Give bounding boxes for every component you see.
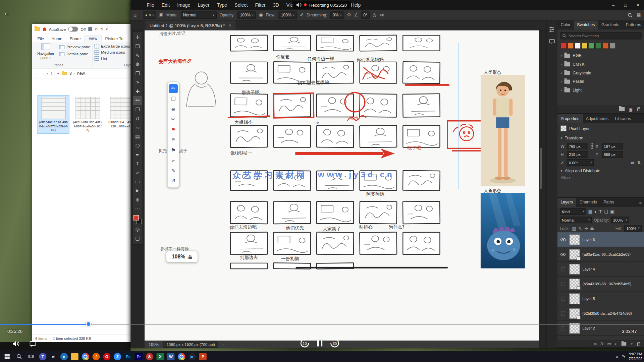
delete-layer-icon[interactable] bbox=[637, 341, 641, 346]
nav-back-icon[interactable]: ← bbox=[35, 71, 39, 75]
quick-mask-icon[interactable]: ◎ bbox=[133, 225, 142, 234]
swatch-group[interactable]: › Light bbox=[557, 86, 644, 95]
panel-tab[interactable]: Color bbox=[557, 20, 574, 29]
swatch-group[interactable]: › Grayscale bbox=[557, 68, 644, 77]
eraser-tool[interactable]: ▱ bbox=[133, 123, 142, 132]
filter-smart-icon[interactable]: ▣ bbox=[610, 209, 614, 214]
task-view-icon[interactable] bbox=[25, 351, 36, 362]
symmetry-icon[interactable]: ⋈ bbox=[379, 12, 384, 18]
panel-tab[interactable]: Channels bbox=[576, 198, 600, 207]
panel-tab[interactable]: Paths bbox=[600, 198, 617, 207]
menu-item[interactable]: Select bbox=[231, 2, 251, 7]
foreground-color-swatch[interactable] bbox=[133, 215, 139, 221]
dodge-tool[interactable]: ❍ bbox=[133, 141, 142, 150]
kind-filter-select[interactable]: Kind▾ bbox=[560, 208, 586, 215]
taskbar-chrome-icon[interactable] bbox=[82, 353, 89, 360]
annotate-pen-icon[interactable]: ✏ bbox=[169, 84, 178, 93]
layer-opacity-select[interactable]: 100%▾ bbox=[611, 217, 629, 224]
height-field[interactable]: 219 px bbox=[567, 151, 588, 158]
Layer 4[interactable]: Layer 4 bbox=[557, 262, 644, 277]
zoom-tool[interactable]: ⊕ bbox=[133, 195, 142, 204]
panel-tab[interactable]: Adjustments bbox=[583, 114, 612, 123]
canvas[interactable]: 你爸爸 任何海边一样 你们看见妈妈 那孩子呢 我不是去度假的 大姐姐不 饭(妈妈… bbox=[145, 31, 539, 341]
maximize-button[interactable]: □ bbox=[620, 2, 632, 8]
taskbar-firefox-icon[interactable]: f bbox=[93, 353, 100, 360]
taskbar-teams-icon[interactable]: T bbox=[39, 353, 46, 360]
nav-history-caret-icon[interactable]: ▾ bbox=[47, 72, 48, 75]
annotate-stamp-icon[interactable]: ❒ bbox=[169, 95, 178, 104]
taskbar-media-icon[interactable]: ▶ bbox=[189, 353, 196, 360]
tray-expand-icon[interactable]: ∧ bbox=[616, 354, 619, 358]
tab-close-icon[interactable]: ✕ bbox=[228, 23, 231, 27]
x-field[interactable]: 197 px bbox=[602, 143, 623, 149]
lock-pixels-icon[interactable]: ✎ bbox=[579, 226, 582, 230]
taskbar-search-icon[interactable] bbox=[13, 351, 24, 362]
explorer-tab[interactable]: Share bbox=[66, 36, 85, 42]
rotation-field[interactable]: 0.00°▾ bbox=[567, 159, 594, 166]
save-icon[interactable] bbox=[88, 27, 92, 31]
filter-shape-icon[interactable]: ❏ bbox=[604, 209, 608, 214]
new-group-icon[interactable] bbox=[619, 107, 625, 111]
swatch-group[interactable]: › RGB bbox=[557, 51, 644, 60]
explorer-tab[interactable]: Picture To bbox=[101, 36, 127, 42]
orange-swatch[interactable] bbox=[568, 43, 574, 49]
marquee-tool[interactable]: ❏ bbox=[133, 42, 142, 51]
annotate-flag-gray-icon[interactable]: ⚑ bbox=[169, 135, 178, 144]
taskbar-zoom-icon[interactable]: Z bbox=[114, 353, 121, 360]
taskbar-edge-icon[interactable]: e bbox=[60, 353, 68, 360]
menu-item[interactable]: File bbox=[143, 2, 158, 7]
visibility-toggle[interactable] bbox=[559, 282, 567, 286]
layer-mask-icon[interactable]: ▭ bbox=[607, 342, 611, 346]
swatch-group[interactable]: › CMYK bbox=[557, 60, 644, 69]
link-layers-icon[interactable]: ∞ bbox=[594, 342, 597, 346]
fill-select[interactable]: 100%▾ bbox=[624, 225, 641, 232]
{3ffec4ae-ee1d-4db0-bca0-572fe65bb6e7}[interactable]: {3ffec4ae-ee1d-4db0-bca0-572fe65bb6e7} bbox=[38, 96, 69, 133]
brush-preset-picker[interactable]: ● 9 ▾ bbox=[143, 11, 156, 19]
annotate-pointer-icon[interactable]: ➢ bbox=[169, 156, 178, 165]
annotate-flag-red-icon[interactable]: ⚑ bbox=[169, 125, 178, 134]
{a80a41ad-66...0ca51b2e03}[interactable]: {a80a41ad-66...0ca51b2e03} bbox=[557, 247, 644, 262]
Layer 2[interactable]: Layer 2 bbox=[557, 321, 644, 336]
explorer-tab[interactable]: Home bbox=[48, 36, 66, 42]
path-select-tool[interactable]: ➢ bbox=[133, 168, 142, 177]
smoothing-gear-icon[interactable]: ⚙ bbox=[347, 12, 351, 18]
clone-stamp-tool[interactable]: ❒ bbox=[133, 105, 142, 114]
transform-section-label[interactable]: Transform bbox=[565, 136, 583, 140]
redo-icon[interactable]: ↻ bbox=[100, 27, 103, 31]
swatches-search-input[interactable] bbox=[569, 34, 618, 38]
opacity-select[interactable]: 100%▾ bbox=[237, 11, 256, 19]
lock-transparency-icon[interactable]: ▨ bbox=[572, 226, 576, 230]
document-tab[interactable]: Untitled-1 @ 100% (Layer 6, RGB/8#) * ✕ bbox=[145, 20, 236, 30]
adjustment-layer-icon[interactable]: ◐ bbox=[615, 342, 617, 346]
width-field[interactable]: 768 px bbox=[567, 143, 588, 149]
autosave-toggle[interactable] bbox=[68, 27, 78, 32]
{b5a43180-58...067cd554fc5}[interactable]: {b5a43180-58...067cd554fc5} bbox=[557, 277, 644, 291]
menu-item[interactable]: Edit bbox=[158, 2, 173, 7]
layout-option[interactable]: Medium icons bbox=[95, 50, 130, 54]
navigation-pane-button[interactable]: Navigation pane ▾ bbox=[34, 44, 57, 60]
Layer 5[interactable]: Layer 5 bbox=[557, 291, 644, 306]
taskbar-chrome2-icon[interactable] bbox=[178, 353, 185, 360]
layer-effects-icon[interactable]: fx bbox=[600, 342, 604, 346]
shape-tool[interactable]: ▭ bbox=[133, 177, 142, 186]
annotate-marker-icon[interactable]: ✎ bbox=[169, 166, 178, 175]
new-swatch-icon[interactable]: ▣ bbox=[629, 107, 633, 111]
filter-pixel-icon[interactable]: ▦ bbox=[588, 209, 592, 214]
nav-up-icon[interactable]: ↑ bbox=[50, 71, 52, 75]
minimize-button[interactable]: – bbox=[607, 2, 620, 8]
menu-item[interactable]: Filter bbox=[251, 2, 269, 7]
healing-brush-tool[interactable]: ✚ bbox=[133, 87, 142, 96]
gradient-tool[interactable]: ▤ bbox=[133, 132, 142, 141]
panel-tab[interactable]: Gradients bbox=[598, 20, 623, 29]
pressure-opacity-icon[interactable]: ◉ bbox=[259, 12, 263, 18]
pressure-size-icon[interactable]: ◎ bbox=[373, 12, 377, 18]
blend-mode-select[interactable]: Normal▾ bbox=[180, 11, 217, 19]
visibility-toggle[interactable] bbox=[559, 252, 567, 256]
close-button[interactable]: ✕ bbox=[632, 2, 644, 8]
clock[interactable]: 9:07 PM 7/22/202 bbox=[629, 352, 643, 361]
taskbar-people-icon[interactable]: ☻ bbox=[50, 353, 57, 360]
{52bf30d0-da...a24b4724d93}[interactable]: {52bf30d0-da...a24b4724d93} bbox=[557, 306, 644, 321]
filter-type-icon[interactable]: T bbox=[599, 209, 602, 214]
Layer 6[interactable]: Layer 6 bbox=[557, 232, 644, 247]
taskbar-explorer-icon[interactable] bbox=[71, 353, 78, 360]
